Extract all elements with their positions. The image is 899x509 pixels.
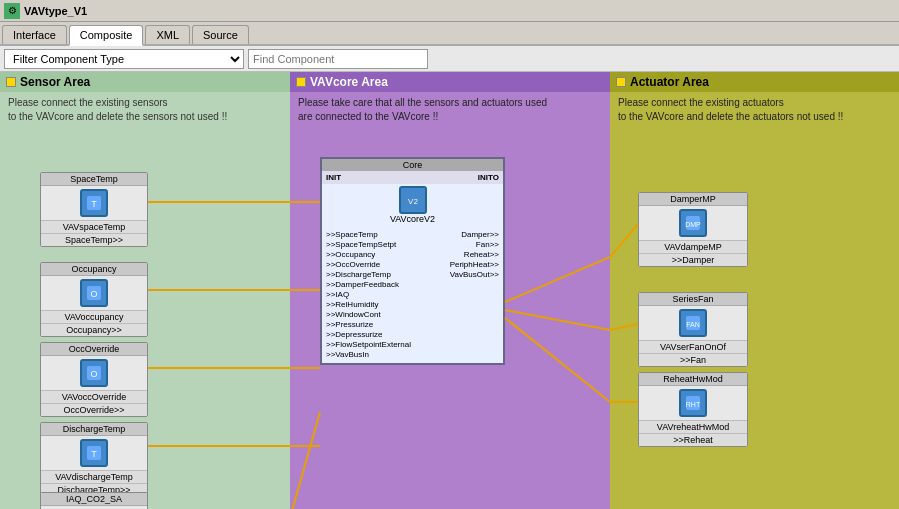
vavcore-input-10: >>Depressurize [324, 330, 413, 339]
find-component-input[interactable] [248, 49, 428, 69]
title-bar: ⚙ VAVtype_V1 [0, 0, 899, 22]
actuator-icon-dampermp: DMP [679, 209, 707, 237]
vavcore-input-8: >>WindowCont [324, 310, 413, 319]
vavcore-input-2: >>Occupancy [324, 250, 413, 259]
actuator-panel: Actuator Area Please connect the existin… [610, 72, 899, 509]
vavcore-inputs-col: >>SpaceTemp >>SpaceTempSetpt >>Occupancy… [324, 230, 413, 359]
vavcore-icon-row: V2 VAVcoreV2 [322, 184, 503, 226]
vavcore-init-left: INIT [326, 173, 341, 182]
svg-text:T: T [91, 199, 97, 209]
sensor-panel-header: Sensor Area [0, 72, 290, 92]
vavcore-input-9: >>Pressurize [324, 320, 413, 329]
vavcore-io-body: >>SpaceTemp >>SpaceTempSetpt >>Occupancy… [322, 226, 503, 363]
actuator-name-reheathwmod: VAVreheatHwMod [639, 420, 747, 433]
svg-line-21 [290, 412, 320, 509]
actuator-block-seriesfan[interactable]: SeriesFan FAN VAVserFanOnOf >>Fan [638, 292, 748, 367]
vavcore-input-3: >>OccOverride [324, 260, 413, 269]
svg-text:O: O [90, 369, 97, 379]
svg-text:RHT: RHT [686, 401, 701, 408]
canvas-area: Sensor Area Please connect the existing … [0, 72, 899, 509]
actuator-block-reheathwmod[interactable]: ReheatHwMod RHT VAVreheatHwMod >>Reheat [638, 372, 748, 447]
sensor-icon-dischargetemp: T [80, 439, 108, 467]
svg-text:DMP: DMP [685, 221, 701, 228]
sensor-label-occupancy: Occupancy [41, 263, 147, 276]
sensor-name-spacetemp: VAVspaceTemp [41, 220, 147, 233]
vavcore-init-row: INIT INITO [322, 171, 503, 184]
vavcore-input-7: >>RelHumidity [324, 300, 413, 309]
vavcore-component-name: VAVcoreV2 [324, 214, 501, 224]
sensor-panel-description: Please connect the existing sensorsto th… [0, 92, 290, 128]
vavcore-core-label: Core [322, 159, 503, 171]
vavcore-panel-title: VAVcore Area [310, 75, 388, 89]
sensor-name-dischargetemp: VAVdischargeTemp [41, 470, 147, 483]
vavcore-input-1: >>SpaceTempSetpt [324, 240, 413, 249]
sensor-block-dischargetemp[interactable]: DischargeTemp T VAVdischargeTemp Dischar… [40, 422, 148, 497]
vavcore-output-4: VavBusOut>> [417, 270, 501, 279]
svg-line-32 [610, 324, 638, 330]
vavcore-output-1: Fan>> [417, 240, 501, 249]
actuator-block-dampermp[interactable]: DamperMP DMP VAVdampeMP >>Damper [638, 192, 748, 267]
svg-text:T: T [91, 449, 97, 459]
sensor-block-spacetemp[interactable]: SpaceTemp T VAVspaceTemp SpaceTemp>> [40, 172, 148, 247]
actuator-header-icon [616, 77, 626, 87]
vavcore-panel-description: Please take care that all the sensors an… [290, 92, 610, 128]
vavcore-input-0: >>SpaceTemp [324, 230, 413, 239]
vavcore-input-12: >>VavBusIn [324, 350, 413, 359]
tab-xml[interactable]: XML [145, 25, 190, 44]
vavcore-init-right: INITO [478, 173, 499, 182]
vavcore-main-block[interactable]: Core INIT INITO V2 VAVcoreV2 >>SpaceTemp… [320, 157, 505, 365]
vavcore-output-3: PeriphHeat>> [417, 260, 501, 269]
sensor-panel: Sensor Area Please connect the existing … [0, 72, 290, 509]
vavcore-output-0: Damper>> [417, 230, 501, 239]
sensor-label-spacetemp: SpaceTemp [41, 173, 147, 186]
toolbar: Filter Component Type [0, 46, 899, 72]
svg-line-23 [505, 310, 610, 330]
sensor-block-occoverride[interactable]: OccOverride O VAVoccOverride OccOverride… [40, 342, 148, 417]
actuator-name-dampermp: VAVdampeMP [639, 240, 747, 253]
tab-interface[interactable]: Interface [2, 25, 67, 44]
svg-text:O: O [90, 289, 97, 299]
svg-line-24 [505, 318, 610, 402]
actuator-sub-dampermp: >>Damper [639, 253, 747, 266]
sensor-label-dischargetemp: DischargeTemp [41, 423, 147, 436]
svg-text:FAN: FAN [686, 321, 700, 328]
actuator-panel-description: Please connect the existing actuatorsto … [610, 92, 899, 128]
sensor-header-icon [6, 77, 16, 87]
app-icon: ⚙ [4, 3, 20, 19]
sensor-sub-spacetemp: SpaceTemp>> [41, 233, 147, 246]
actuator-label-dampermp: DamperMP [639, 193, 747, 206]
sensor-name-occoverride: VAVoccOverride [41, 390, 147, 403]
vavcore-input-6: >>IAQ [324, 290, 413, 299]
actuator-sub-reheathwmod: >>Reheat [639, 433, 747, 446]
actuator-name-seriesfan: VAVserFanOnOf [639, 340, 747, 353]
sensor-panel-title: Sensor Area [20, 75, 90, 89]
sensor-icon-occoverride: O [80, 359, 108, 387]
svg-line-31 [610, 224, 638, 257]
sensor-sub-occoverride: OccOverride>> [41, 403, 147, 416]
sensor-block-iaq[interactable]: IAQ_CO2_SA IAQ VAViaqCO2_SA IAQ>> [40, 492, 148, 509]
actuator-icon-seriesfan: FAN [679, 309, 707, 337]
vavcore-panel: VAVcore Area Please take care that all t… [290, 72, 610, 509]
actuator-icon-reheathwmod: RHT [679, 389, 707, 417]
actuator-panel-title: Actuator Area [630, 75, 709, 89]
vavcore-input-5: >>DamperFeedback [324, 280, 413, 289]
sensor-name-occupancy: VAVoccupancy [41, 310, 147, 323]
tab-source[interactable]: Source [192, 25, 249, 44]
sensor-icon-occupancy: O [80, 279, 108, 307]
vavcore-header-icon [296, 77, 306, 87]
sensor-label-occoverride: OccOverride [41, 343, 147, 356]
vavcore-panel-header: VAVcore Area [290, 72, 610, 92]
window-title: VAVtype_V1 [24, 5, 87, 17]
sensor-block-occupancy[interactable]: Occupancy O VAVoccupancy Occupancy>> [40, 262, 148, 337]
sensor-sub-occupancy: Occupancy>> [41, 323, 147, 336]
vavcore-outputs-col: Damper>> Fan>> Reheat>> PeriphHeat>> Vav… [417, 230, 501, 359]
tab-composite[interactable]: Composite [69, 25, 144, 46]
sensor-icon-spacetemp: T [80, 189, 108, 217]
actuator-sub-seriesfan: >>Fan [639, 353, 747, 366]
vavcore-input-4: >>DischargeTemp [324, 270, 413, 279]
svg-text:V2: V2 [408, 197, 418, 206]
vavcore-output-2: Reheat>> [417, 250, 501, 259]
actuator-label-reheathwmod: ReheatHwMod [639, 373, 747, 386]
sensor-label-iaq: IAQ_CO2_SA [41, 493, 147, 506]
filter-component-type[interactable]: Filter Component Type [4, 49, 244, 69]
